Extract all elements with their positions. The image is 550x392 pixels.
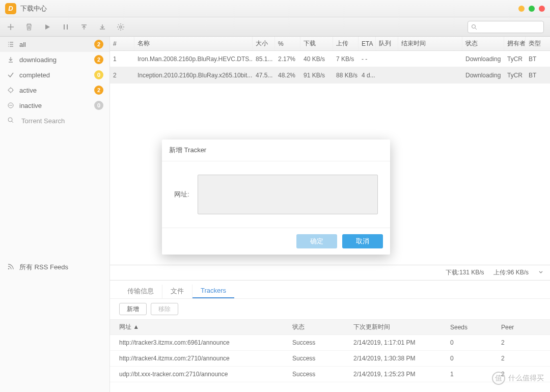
col-queue[interactable]: 队列 xyxy=(376,37,398,50)
col-upload[interactable]: 上传 xyxy=(333,37,359,50)
col-download[interactable]: 下载 xyxy=(300,37,333,50)
col-peer[interactable]: Peer xyxy=(501,324,532,331)
rss-icon xyxy=(7,263,15,272)
stats-bar: 下载:131 KB/s 上传:96 KB/s xyxy=(110,265,550,280)
search-icon xyxy=(471,24,477,30)
maximize-button[interactable] xyxy=(529,6,535,12)
pause-icon[interactable] xyxy=(61,22,70,32)
col-index[interactable]: # xyxy=(110,37,134,50)
col-type[interactable]: 类型 xyxy=(526,37,541,50)
col-owner[interactable]: 拥有者 xyxy=(504,37,526,50)
window-title: 下载中心 xyxy=(20,4,47,13)
app-icon: D xyxy=(5,3,16,14)
table-row[interactable]: 1 Iron.Man.2008.2160p.BluRay.HEVC.DTS...… xyxy=(110,51,550,67)
svg-point-5 xyxy=(8,268,10,269)
window-controls xyxy=(518,6,545,12)
tab-info[interactable]: 传输信息 xyxy=(119,285,162,298)
badge: 0 xyxy=(94,70,103,79)
tracker-row[interactable]: http://tracker3.itzmx.com:6961/announce … xyxy=(110,335,550,351)
cancel-button[interactable]: 取消 xyxy=(342,234,383,248)
titlebar: D 下载中心 xyxy=(0,0,550,17)
chevron-down-icon[interactable] xyxy=(538,269,544,276)
svg-point-4 xyxy=(8,118,12,122)
download-icon xyxy=(7,56,15,63)
tracker-row[interactable]: http://tracker4.itzmx.com:2710/announce … xyxy=(110,351,550,367)
sidebar-item-inactive[interactable]: inactive 0 xyxy=(0,98,109,113)
sidebar-item-downloading[interactable]: downloading 2 xyxy=(0,52,109,67)
svg-point-0 xyxy=(120,25,122,27)
sidebar-item-all[interactable]: all 2 xyxy=(0,37,109,52)
sidebar: all 2 downloading 2 completed 0 active 2… xyxy=(0,37,110,392)
list-icon xyxy=(7,41,15,48)
inactive-icon xyxy=(7,102,15,109)
col-status[interactable]: 状态 xyxy=(462,37,504,50)
tab-files[interactable]: 文件 xyxy=(162,285,193,298)
col-next-update[interactable]: 下次更新时间 xyxy=(353,323,450,331)
table-row[interactable]: 2 Inception.2010.2160p.BluRay.x265.10bit… xyxy=(110,67,550,83)
toolbar-search[interactable] xyxy=(468,21,544,33)
add-tracker-dialog: 新增 Tracker 网址: 确定 取消 xyxy=(162,139,390,255)
sidebar-item-completed[interactable]: completed 0 xyxy=(0,67,109,82)
remove-tracker-button[interactable]: 移除 xyxy=(151,303,178,315)
move-bottom-icon[interactable] xyxy=(98,22,107,32)
col-percent[interactable]: % xyxy=(275,37,300,50)
toolbar xyxy=(0,17,550,37)
badge: 2 xyxy=(94,55,103,64)
col-size[interactable]: 大小 xyxy=(253,37,275,50)
sidebar-item-rss[interactable]: 所有 RSS Feeds xyxy=(0,260,109,275)
badge: 2 xyxy=(94,40,103,49)
tracker-header: 网址 ▲ 状态 下次更新时间 Seeds Peer xyxy=(110,319,550,335)
detail-actions: 新增 移除 xyxy=(110,299,550,319)
gear-icon[interactable] xyxy=(116,22,125,32)
dialog-title: 新增 Tracker xyxy=(162,139,390,161)
col-endtime[interactable]: 结束时间 xyxy=(398,37,462,50)
search-placeholder: Torrent Search xyxy=(21,117,65,125)
url-textarea[interactable] xyxy=(198,175,378,214)
check-icon xyxy=(7,71,15,78)
sidebar-item-label: all xyxy=(19,41,26,48)
detail-tabs: 传输信息 文件 Trackers xyxy=(110,281,550,299)
move-top-icon[interactable] xyxy=(79,22,89,32)
stats-download: 下载:131 KB/s xyxy=(446,268,484,277)
close-button[interactable] xyxy=(539,6,545,12)
watermark: 值 什么值得买 xyxy=(492,372,544,385)
delete-icon[interactable] xyxy=(24,22,34,32)
col-name[interactable]: 名称 xyxy=(134,37,253,50)
active-icon xyxy=(7,87,15,94)
sidebar-item-label: downloading xyxy=(19,56,57,64)
rss-label: 所有 RSS Feeds xyxy=(19,263,68,272)
minimize-button[interactable] xyxy=(518,6,525,12)
svg-point-1 xyxy=(472,24,476,28)
sidebar-search[interactable]: Torrent Search xyxy=(0,113,109,128)
add-icon[interactable] xyxy=(6,22,15,32)
watermark-text: 什么值得买 xyxy=(508,374,544,383)
search-icon xyxy=(7,117,15,125)
sidebar-item-label: inactive xyxy=(19,102,42,109)
badge: 0 xyxy=(94,101,103,110)
table-header: # 名称 大小 % 下载 上传 ETA 队列 结束时间 状态 拥有者 类型 xyxy=(110,37,550,51)
sidebar-item-label: completed xyxy=(19,71,50,79)
badge: 2 xyxy=(94,86,103,95)
col-eta[interactable]: ETA xyxy=(359,37,376,50)
stats-upload: 上传:96 KB/s xyxy=(493,268,529,277)
play-icon[interactable] xyxy=(43,22,52,32)
sidebar-item-label: active xyxy=(19,87,37,94)
tracker-row[interactable]: udp://bt.xxx-tracker.com:2710/announce S… xyxy=(110,367,550,382)
add-tracker-button[interactable]: 新增 xyxy=(119,303,147,315)
ok-button[interactable]: 确定 xyxy=(296,234,337,248)
col-seeds[interactable]: Seeds xyxy=(450,324,501,331)
tab-trackers[interactable]: Trackers xyxy=(193,285,234,298)
svg-point-2 xyxy=(9,88,13,92)
col-status[interactable]: 状态 xyxy=(292,323,353,331)
detail-panel: 传输信息 文件 Trackers 新增 移除 网址 ▲ 状态 下次更新时间 Se… xyxy=(110,280,550,392)
col-url[interactable]: 网址 ▲ xyxy=(119,323,292,331)
watermark-icon: 值 xyxy=(492,372,505,385)
url-label: 网址: xyxy=(174,190,189,199)
sidebar-item-active[interactable]: active 2 xyxy=(0,82,109,98)
